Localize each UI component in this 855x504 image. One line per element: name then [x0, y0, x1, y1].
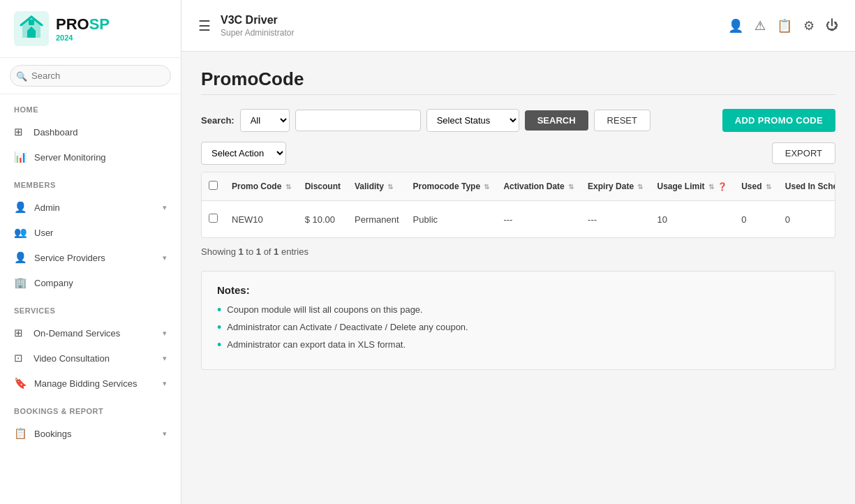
header-usage-limit: Usage Limit ⇅ ❓: [650, 172, 734, 201]
main-area: ☰ V3C Driver Super Administrator 👤 ⚠ 📋 ⚙…: [181, 0, 855, 504]
topbar-right: 👤 ⚠ 📋 ⚙ ⏻: [728, 18, 838, 34]
status-select[interactable]: Select Status Active Inactive: [426, 109, 519, 132]
user-profile-icon[interactable]: 👤: [728, 18, 743, 34]
settings-icon[interactable]: ⚙: [803, 18, 815, 34]
row-discount: $ 10.00: [298, 201, 348, 238]
logo-text: PROSP 2024: [56, 15, 110, 42]
sidebar-item-user[interactable]: 👥 User: [0, 220, 181, 245]
sidebar-item-on-demand-services[interactable]: ⊞ On-Demand Services ▾: [0, 320, 181, 346]
dashboard-icon: ⊞: [14, 126, 27, 138]
notes-title: Notes:: [217, 284, 819, 296]
sidebar: PROSP 2024 🔍 HOME ⊞ Dashboard 📊 Server M…: [0, 0, 181, 504]
add-promo-code-button[interactable]: ADD PROMO CODE: [722, 109, 835, 132]
header-promo-code: Promo Code ⇅: [225, 172, 298, 201]
help-icon: ❓: [718, 182, 727, 191]
sidebar-item-label: On-Demand Services: [34, 328, 156, 339]
sidebar-item-server-monitoring[interactable]: 📊 Server Monitoring: [0, 144, 181, 170]
sidebar-item-label: Service Providers: [34, 253, 156, 263]
reset-button[interactable]: RESET: [594, 110, 650, 131]
header-used: Used ⇅: [734, 172, 778, 201]
header-expiry-date: Expiry Date ⇅: [581, 172, 650, 201]
export-button[interactable]: EXPORT: [772, 142, 835, 164]
company-icon: 🏢: [14, 276, 27, 289]
search-filter-select[interactable]: All: [240, 109, 290, 132]
nav-members-section: MEMBERS 👤 Admin ▾ 👥 User 👤 Service Provi…: [0, 170, 181, 295]
sidebar-item-manage-bidding[interactable]: 🔖 Manage Bidding Services ▾: [0, 371, 181, 396]
header-validity: Validity ⇅: [348, 172, 406, 201]
table-header: Promo Code ⇅ Discount Validity ⇅ Promoco…: [202, 172, 835, 201]
sort-icon: ⇅: [387, 183, 393, 191]
svg-rect-1: [29, 20, 34, 25]
sort-icon: ⇅: [568, 183, 574, 191]
nav-home-title: HOME: [0, 103, 181, 119]
on-demand-icon: ⊞: [14, 327, 27, 339]
notes-icon[interactable]: 📋: [777, 18, 792, 34]
sidebar-item-label: Bookings: [34, 429, 156, 439]
power-icon[interactable]: ⏻: [826, 18, 838, 33]
row-checkbox-cell: [202, 201, 225, 238]
logo-sp: SP: [89, 15, 110, 33]
nav-home-section: HOME ⊞ Dashboard 📊 Server Monitoring: [0, 94, 181, 170]
page-title: PromoCode: [201, 68, 835, 90]
sidebar-item-service-providers[interactable]: 👤 Service Providers ▾: [0, 245, 181, 270]
chevron-down-icon: ▾: [163, 203, 167, 212]
search-button[interactable]: SEARCH: [525, 110, 588, 131]
sort-icon: ⇅: [484, 183, 489, 191]
notes-list: Coupon module will list all coupons on t…: [217, 304, 819, 351]
chevron-down-icon: ▾: [163, 379, 167, 388]
row-promocode-type: Public: [406, 201, 497, 238]
sort-icon: ⇅: [637, 183, 643, 191]
row-used: 0: [734, 201, 778, 238]
alert-icon[interactable]: ⚠: [754, 18, 766, 34]
nav-members-title: MEMBERS: [0, 178, 181, 195]
sidebar-item-label: Manage Bidding Services: [34, 378, 156, 389]
action-bar: Select Action Delete EXPORT: [201, 142, 835, 165]
row-usage-limit: 10: [650, 201, 734, 238]
search-bar: Search: All Select Status Active Inactiv…: [201, 109, 835, 132]
server-monitoring-icon: 📊: [14, 151, 27, 163]
sort-icon: ⇅: [708, 183, 714, 191]
sidebar-item-bookings[interactable]: 📋 Bookings ▾: [0, 421, 181, 446]
topbar-title-group: V3C Driver Super Administrator: [221, 14, 294, 38]
select-all-checkbox[interactable]: [209, 181, 218, 190]
nav-bookings-section: BOOKINGS & REPORT 📋 Bookings ▾: [0, 396, 181, 446]
action-select[interactable]: Select Action Delete: [201, 142, 286, 165]
nav-services-title: SERVICES: [0, 304, 181, 320]
sidebar-search-area: 🔍: [0, 58, 181, 94]
nav-bookings-title: BOOKINGS & REPORT: [0, 404, 181, 421]
chevron-down-icon: ▾: [163, 429, 167, 438]
sidebar-item-admin[interactable]: 👤 Admin ▾: [0, 195, 181, 220]
row-used-schedule-booking: 0: [778, 201, 835, 238]
search-input[interactable]: [295, 110, 421, 131]
header-promocode-type: Promocode Type ⇅: [406, 172, 497, 201]
sidebar-item-label: User: [34, 228, 167, 238]
logo-icon: [14, 11, 49, 46]
header-activation-date: Activation Date ⇅: [496, 172, 581, 201]
header-used-schedule-booking: Used In Schedule Booking ❓: [778, 172, 835, 201]
chevron-down-icon: ▾: [163, 329, 167, 338]
table-body: NEW10 $ 10.00 Permanent Public --- --- 1…: [202, 201, 835, 238]
nav-services-section: SERVICES ⊞ On-Demand Services ▾ ⊡ Video …: [0, 295, 181, 396]
search-label: Search:: [201, 115, 235, 126]
sidebar-item-label: Dashboard: [34, 127, 167, 138]
row-checkbox[interactable]: [209, 214, 218, 223]
page-divider: [201, 94, 835, 95]
sidebar-search-input[interactable]: [10, 65, 171, 87]
admin-icon: 👤: [14, 201, 27, 214]
showing-text: Showing 1 to 1 of 1 entries: [201, 246, 835, 257]
sidebar-item-dashboard[interactable]: ⊞ Dashboard: [0, 119, 181, 144]
row-expiry-date: ---: [581, 201, 650, 238]
sidebar-item-label: Video Consultation: [34, 353, 156, 364]
table-row: NEW10 $ 10.00 Permanent Public --- --- 1…: [202, 201, 835, 238]
logo-pro: PRO: [56, 15, 89, 33]
sidebar-item-video-consultation[interactable]: ⊡ Video Consultation ▾: [0, 346, 181, 371]
topbar: ☰ V3C Driver Super Administrator 👤 ⚠ 📋 ⚙…: [181, 0, 855, 52]
chevron-down-icon: ▾: [163, 253, 167, 262]
logo-year: 2024: [56, 34, 110, 42]
sidebar-item-label: Server Monitoring: [34, 152, 167, 163]
note-item-2: Administrator can Activate / Deactivate …: [217, 322, 819, 334]
hamburger-icon[interactable]: ☰: [198, 17, 211, 34]
topbar-subtitle: Super Administrator: [221, 28, 294, 38]
sidebar-item-company[interactable]: 🏢 Company: [0, 270, 181, 295]
bidding-icon: 🔖: [14, 377, 27, 390]
